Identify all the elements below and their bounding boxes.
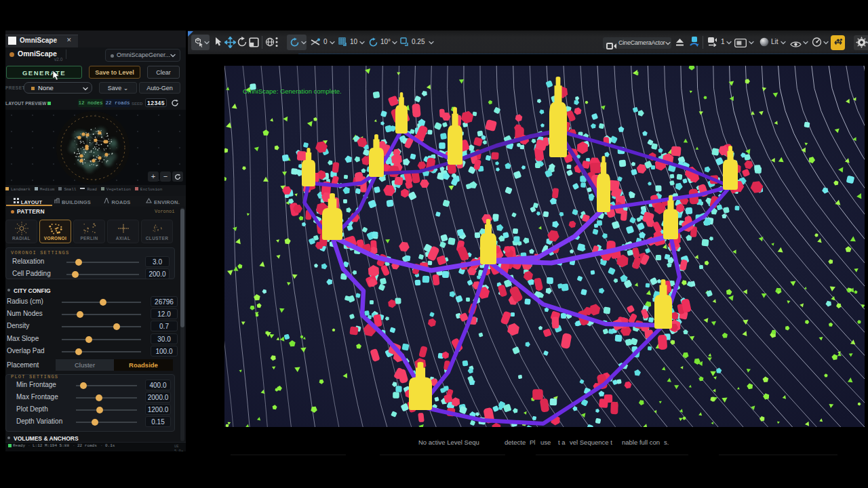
svg-text:OmniScape: Generation complete: OmniScape: Generation complete. bbox=[243, 87, 342, 95]
